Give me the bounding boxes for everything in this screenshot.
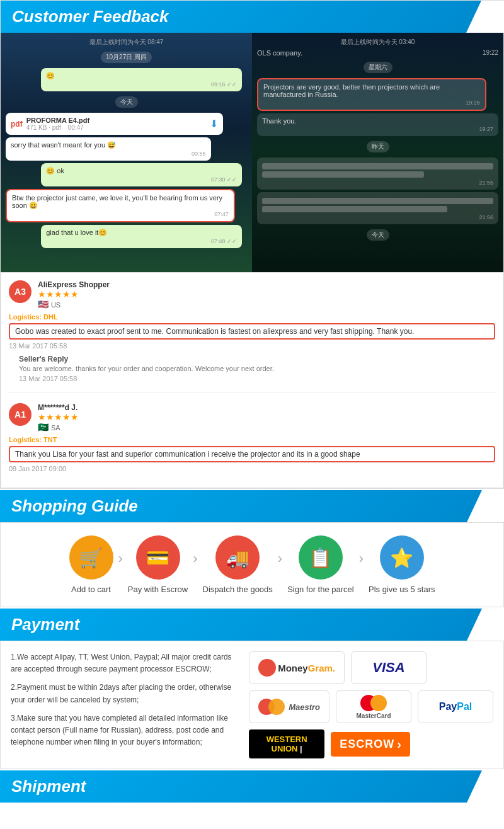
review-item-2: A1 M*******d J. ★★★★★ 🇸🇦 SA Logistics: T… <box>9 403 495 480</box>
step-icon-escrow: 💳 <box>136 535 180 580</box>
chat-bubble-thankyou: Thank you. 19:27 <box>257 113 498 136</box>
shopping-guide-section: Shopping Guide 🛒 Add to cart › 💳 Pay wit… <box>0 490 504 607</box>
review-date-2: 09 Jan 2017 09:00 <box>9 465 495 472</box>
mastercard-logo: MasterCard <box>356 695 391 719</box>
chat-date-badge-1: 10月27日 周四 <box>101 52 152 63</box>
payment-inner: 1.We accept Alipay, TT, West Union, Payp… <box>11 651 493 758</box>
chat-bubble-ok: 😊 ok 07:30 ✓✓ <box>41 163 242 186</box>
step-label-sign: Sign for the parcel <box>287 585 354 594</box>
shopping-guide-content: 🛒 Add to cart › 💳 Pay with Escrow › 🚚 Di… <box>0 522 504 607</box>
western-union-logo: WESTERNUNION | <box>266 735 307 753</box>
chat-bubble-blurred-2: 21:56 <box>257 192 498 224</box>
step-label-cart: Add to cart <box>71 585 111 594</box>
chat-right-header: 最后上线时间为今天 03:40 <box>257 38 498 47</box>
seller-reply-date-1: 13 Mar 2017 05:58 <box>19 375 495 382</box>
arrow-2: › <box>193 551 197 580</box>
logo-row-3: WESTERNUNION | ESCROW › <box>249 729 493 758</box>
file-name: PROFORMA E4.pdf <box>26 117 89 124</box>
chat-bubble-projector: Btw the projector just came, we love it,… <box>6 189 235 222</box>
escrow-logo: ESCROW <box>340 738 394 751</box>
arrow-1: › <box>118 551 123 580</box>
reviewer-info-1: AliExpress Shopper ★★★★★ 🇺🇸 US <box>38 280 495 309</box>
step-icon-dispatch: 🚚 <box>215 535 260 580</box>
payment-title: Payment <box>11 615 79 634</box>
chat-time: 09:16 ✓✓ <box>46 81 237 88</box>
chat-date-badge-weekday: 星期六 <box>364 62 392 73</box>
chat-date-today-1: 今天 <box>115 96 138 108</box>
reviews-section: A3 AliExpress Shopper ★★★★★ 🇺🇸 US Logist… <box>1 272 503 488</box>
review-text-1: Gobo was created to exact proof sent to … <box>9 323 495 340</box>
stars-1: ★★★★★ <box>38 289 495 299</box>
paypal-logo-box: PayPal <box>418 690 493 723</box>
logo-row-1: MoneyGram. VISA <box>249 651 493 684</box>
download-icon[interactable]: ⬇ <box>210 118 218 130</box>
step-sign-parcel: 📋 Sign for the parcel <box>287 535 354 594</box>
chat-left-panel: 最后上线时间为今天 08:47 10月27日 周四 😊 09:16 ✓✓ 今天 … <box>1 33 252 272</box>
step-five-stars: ⭐ Pls give us 5 stars <box>369 535 435 594</box>
step-label-stars: Pls give us 5 stars <box>369 585 435 594</box>
western-union-logo-box: WESTERNUNION | <box>249 729 324 758</box>
payment-section: Payment 1.We accept Alipay, TT, West Uni… <box>0 609 504 769</box>
chat-date-yesterday: 昨天 <box>367 141 389 152</box>
logo-row-2: Maestro MasterCard PayPal <box>249 690 493 723</box>
review-item-1: A3 AliExpress Shopper ★★★★★ 🇺🇸 US Logist… <box>9 280 495 393</box>
moneygram-logo: MoneyGram. <box>258 659 335 677</box>
maestro-logo-box: Maestro <box>249 690 329 723</box>
step-pay-escrow: 💳 Pay with Escrow <box>128 535 188 594</box>
flag-2: 🇸🇦 SA <box>38 422 495 432</box>
logistics-1: Logistics: DHL <box>9 313 495 321</box>
seller-reply-1: Seller's Reply You are welcome. thanks f… <box>19 355 495 382</box>
arrow-4: › <box>359 551 364 580</box>
chat-bubble-sorry: sorry that wasn't meant for you 😅 00:55 <box>6 137 211 161</box>
shipment-section: Shipment <box>0 770 504 803</box>
chat-bubble-glad: glad that u love it😊 07:48 ✓✓ <box>41 225 242 248</box>
chat-file-attachment: pdf PROFORMA E4.pdf 471 KB · pdf 00:47 ⬇ <box>6 113 223 135</box>
payment-logos-block: MoneyGram. VISA Maestro <box>249 651 493 758</box>
payment-para-1: 1.We accept Alipay, TT, West Union, Payp… <box>11 651 236 675</box>
paypal-logo: PayPal <box>439 701 472 712</box>
escrow-chevron: › <box>397 737 401 752</box>
steps-row: 🛒 Add to cart › 💳 Pay with Escrow › 🚚 Di… <box>7 535 497 594</box>
step-label-dispatch: Dispatch the goods <box>203 585 273 594</box>
flag-1: 🇺🇸 US <box>38 299 495 309</box>
payment-content: 1.We accept Alipay, TT, West Union, Payp… <box>0 641 504 769</box>
customer-feedback-section: Customer Feedback 最后上线时间为今天 08:47 10月27日… <box>0 0 504 489</box>
maestro-logo: Maestro <box>258 699 320 715</box>
chat-left-header: 最后上线时间为今天 08:47 <box>6 38 247 47</box>
step-dispatch: 🚚 Dispatch the goods <box>203 535 273 594</box>
shipment-title: Shipment <box>11 777 86 796</box>
escrow-logo-box: ESCROW › <box>331 732 410 757</box>
review-text-2: Thank you Lisa for your fast and superio… <box>9 446 495 462</box>
payment-text-block: 1.We accept Alipay, TT, West Union, Payp… <box>11 651 236 758</box>
reviewer-header-2: A1 M*******d J. ★★★★★ 🇸🇦 SA <box>9 403 495 432</box>
stars-2: ★★★★★ <box>38 412 495 422</box>
step-icon-cart: 🛒 <box>69 535 113 580</box>
reviewer-header-1: A3 AliExpress Shopper ★★★★★ 🇺🇸 US <box>9 280 495 309</box>
visa-logo-box: VISA <box>351 651 427 684</box>
arrow-3: › <box>278 551 282 580</box>
avatar-2: A1 <box>9 403 32 426</box>
avatar-1: A3 <box>9 280 32 303</box>
pdf-icon: pdf <box>11 120 23 129</box>
review-date-1: 13 Mar 2017 05:58 <box>9 342 495 350</box>
shipment-header: Shipment <box>0 770 504 803</box>
payment-para-3: 3.Make sure that you have completed all … <box>11 712 236 749</box>
seller-reply-label-1: Seller's Reply <box>19 355 495 363</box>
chat-bubble-blurred-1: 21:55 <box>257 157 498 190</box>
step-icon-stars: ⭐ <box>380 535 424 580</box>
step-icon-sign: 📋 <box>299 535 343 580</box>
logistics-2: Logistics: TNT <box>9 436 495 443</box>
shopping-guide-title: Shopping Guide <box>11 496 138 516</box>
company-label: OLS company. 19:22 <box>257 49 498 57</box>
step-add-to-cart: 🛒 Add to cart <box>69 535 113 594</box>
reviewer-name-1: AliExpress Shopper <box>38 280 495 289</box>
visa-logo: VISA <box>372 660 404 676</box>
chat-date-today-right: 今天 <box>367 229 389 241</box>
payment-para-2: 2.Payment must be within 2days after pla… <box>11 682 236 706</box>
seller-reply-text-1: You are welcome. thanks for your order a… <box>19 365 495 372</box>
mastercard-logo-box: MasterCard <box>336 690 411 723</box>
chat-area: 最后上线时间为今天 08:47 10月27日 周四 😊 09:16 ✓✓ 今天 … <box>1 33 503 272</box>
moneygram-logo-box: MoneyGram. <box>249 651 345 684</box>
chat-right-panel: 最后上线时间为今天 03:40 OLS company. 19:22 星期六 P… <box>252 33 503 272</box>
chat-bubble-projectors-good: Projectors are very good, better then pr… <box>257 78 486 111</box>
